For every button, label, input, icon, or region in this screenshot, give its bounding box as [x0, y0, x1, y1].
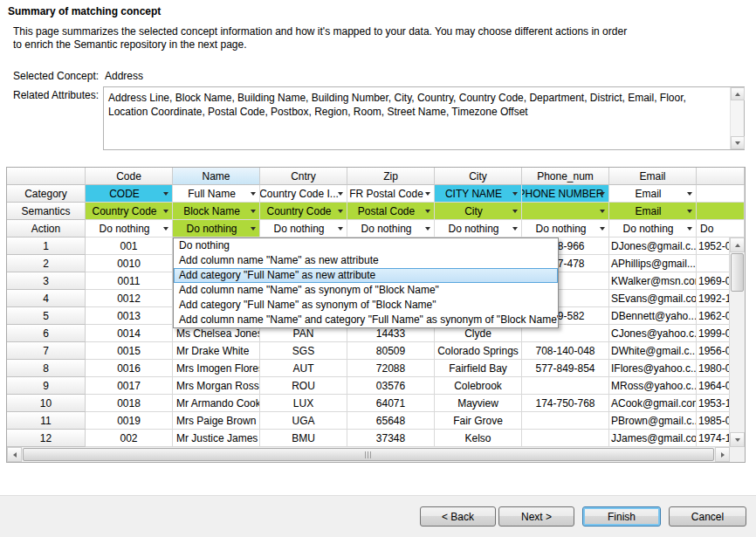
horizontal-scrollbar[interactable]: [7, 447, 730, 462]
action-combo-email[interactable]: Do nothing: [609, 220, 697, 238]
cell-date: 1964-0: [697, 377, 730, 395]
category-value: FR Postal Code: [349, 188, 423, 200]
chevron-down-icon: [251, 227, 256, 231]
row-number: 12: [7, 430, 86, 447]
semantics-combo-email[interactable]: Email: [609, 203, 697, 220]
related-attributes-scrollbar[interactable]: [730, 87, 744, 149]
column-header-code[interactable]: Code: [86, 168, 173, 185]
vertical-scrollbar-thumb[interactable]: [731, 253, 744, 292]
category-combo-phone[interactable]: PHONE NUMBER: [522, 185, 609, 203]
cell-phone: [522, 377, 609, 395]
cell-city: Fairfield Bay: [435, 360, 522, 377]
chevron-down-icon: [425, 227, 430, 231]
menu-item-column-synonym[interactable]: Add column name "Name" as synonym of "Bl…: [174, 283, 558, 298]
cell-code: 002: [86, 430, 173, 447]
cell-date: 1952-0: [697, 238, 730, 255]
column-header-cntry[interactable]: Cntry: [260, 168, 347, 185]
semantics-combo-cntry[interactable]: Country Code: [260, 203, 347, 220]
table-row: 12 002 Mr Justice James BMU 37348 Kelso …: [7, 430, 745, 447]
scroll-right-button[interactable]: [715, 447, 730, 462]
category-combo-email[interactable]: Email: [609, 185, 697, 203]
menu-item-add-column-name[interactable]: Add column name "Name" as new attribute: [174, 253, 558, 268]
finish-button[interactable]: Finish: [582, 506, 661, 527]
scroll-down-button[interactable]: [730, 432, 745, 447]
cell-cntry: ROU: [260, 377, 347, 395]
cell-email: SEvans@gmail.com: [609, 290, 697, 307]
cell-name: Mrs Paige Brown: [173, 412, 260, 430]
cell-name: Mr Armando Cook: [173, 395, 260, 412]
chevron-down-icon: [163, 227, 168, 231]
back-button[interactable]: < Back: [420, 506, 496, 527]
action-dropdown-menu: Do nothing Add column name "Name" as new…: [173, 238, 559, 328]
semantics-combo-name[interactable]: Block Name: [173, 203, 260, 220]
chevron-down-icon: [338, 227, 343, 231]
chevron-down-icon: [251, 210, 256, 213]
column-header-email[interactable]: Email: [609, 168, 697, 185]
arrow-up-icon: [735, 244, 740, 247]
chevron-down-icon: [338, 192, 343, 196]
cell-code: 0018: [86, 395, 173, 412]
semantics-value: Postal Code: [358, 205, 415, 217]
chevron-down-icon: [512, 192, 518, 196]
scroll-up-button[interactable]: [731, 87, 745, 100]
menu-item-do-nothing[interactable]: Do nothing: [174, 238, 558, 253]
action-row-label: Action: [7, 220, 86, 238]
semantics-combo-city[interactable]: City: [435, 203, 522, 220]
cell-city: Mayview: [435, 395, 522, 412]
cancel-button[interactable]: Cancel: [669, 506, 746, 527]
row-number: 1: [7, 238, 86, 255]
row-number: 6: [7, 325, 86, 342]
category-combo-code[interactable]: CODE: [86, 185, 173, 203]
table-corner-cell: [7, 168, 86, 185]
table-row: 10 0018 Mr Armando Cook LUX 64071 Mayvie…: [7, 395, 745, 412]
next-button[interactable]: Next >: [498, 506, 574, 527]
table-row: 9 0017 Mrs Morgan Ross ROU 03576 Colebro…: [7, 377, 745, 395]
menu-item-add-category[interactable]: Add category "Full Name" as new attribut…: [174, 268, 558, 283]
horizontal-scrollbar-thumb[interactable]: [23, 448, 714, 461]
scroll-up-button[interactable]: [730, 238, 745, 252]
action-combo-name[interactable]: Do nothing: [173, 220, 260, 238]
category-combo-city[interactable]: CITY NAME: [435, 185, 522, 203]
menu-item-both-synonym[interactable]: Add column name "Name" and category "Ful…: [174, 313, 558, 327]
semantics-combo-code[interactable]: Country Code: [86, 203, 173, 220]
menu-item-category-synonym[interactable]: Add category "Full Name" as synonym of "…: [174, 298, 558, 313]
action-row: Action Do nothing Do nothing Do nothing …: [7, 220, 745, 238]
cell-email: APhillips@gmail...: [609, 255, 697, 272]
related-attributes-box: Address Line, Block Name, Building Name,…: [103, 86, 745, 150]
category-value: PHONE NUMBER: [522, 188, 604, 200]
action-combo-cntry[interactable]: Do nothing: [260, 220, 347, 238]
scrollbar-grip-icon: [365, 451, 372, 458]
category-value: Country Code I...: [260, 188, 339, 200]
row-number: 2: [7, 255, 86, 272]
cell-cntry: BMU: [260, 430, 347, 447]
arrow-right-icon: [721, 452, 725, 458]
semantics-combo-zip[interactable]: Postal Code: [347, 203, 435, 220]
vertical-scrollbar[interactable]: [730, 238, 745, 447]
category-value: CITY NAME: [445, 188, 502, 200]
row-number: 3: [7, 272, 86, 290]
action-combo-zip[interactable]: Do nothing: [347, 220, 435, 238]
cell-date: 1999-0: [697, 325, 730, 342]
category-combo-zip[interactable]: FR Postal Code: [347, 185, 435, 203]
scroll-down-button[interactable]: [731, 136, 745, 149]
category-combo-name[interactable]: Full Name: [173, 185, 260, 203]
cell-email: JJames@gmail.co...: [609, 430, 697, 447]
column-header-phone[interactable]: Phone_num: [522, 168, 609, 185]
cell-cntry: SGS: [260, 342, 347, 360]
action-combo-partial[interactable]: Do: [697, 220, 745, 238]
action-combo-code[interactable]: Do nothing: [86, 220, 173, 238]
scroll-left-button[interactable]: [7, 447, 22, 462]
action-combo-city[interactable]: Do nothing: [435, 220, 522, 238]
category-combo-cntry[interactable]: Country Code I...: [260, 185, 347, 203]
chevron-down-icon: [600, 192, 605, 196]
chevron-down-icon: [163, 192, 168, 196]
selected-concept-value: Address: [105, 70, 143, 82]
page-description-line2: to enrich the Semantic repository in the…: [13, 38, 247, 51]
column-header-name[interactable]: Name: [173, 168, 260, 185]
cell-code: 0013: [86, 307, 173, 325]
cell-name: Mr Drake White: [173, 342, 260, 360]
column-header-zip[interactable]: Zip: [347, 168, 435, 185]
semantics-combo-phone[interactable]: [522, 203, 609, 220]
column-header-city[interactable]: City: [435, 168, 522, 185]
action-combo-phone[interactable]: Do nothing: [522, 220, 609, 238]
